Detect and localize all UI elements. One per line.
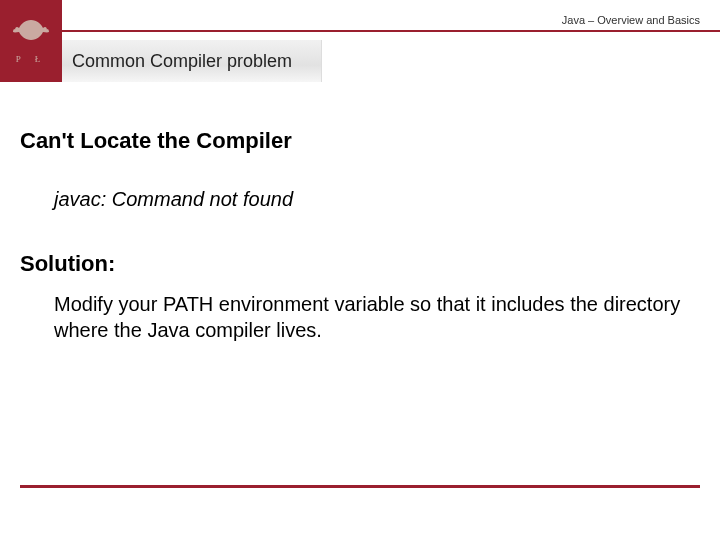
solution-text: Modify your PATH environment variable so… [54, 291, 700, 343]
slide: P Ł Java – Overview and Basics Common Co… [0, 0, 720, 540]
content: Can't Locate the Compiler javac: Command… [20, 110, 700, 343]
logo-inner: P Ł [11, 18, 51, 64]
footer-rule [20, 485, 700, 488]
title-bar: Common Compiler problem [62, 40, 720, 82]
solution-label: Solution: [20, 251, 700, 277]
header: P Ł Java – Overview and Basics Common Co… [0, 0, 720, 82]
breadcrumb: Java – Overview and Basics [562, 14, 700, 26]
section-heading: Can't Locate the Compiler [20, 128, 700, 154]
logo-letters: P Ł [11, 54, 51, 64]
header-rule [62, 30, 720, 32]
error-message: javac: Command not found [54, 188, 700, 211]
slide-title: Common Compiler problem [62, 51, 292, 72]
logo-block: P Ł [0, 0, 62, 82]
eagle-shield-icon [11, 18, 51, 48]
